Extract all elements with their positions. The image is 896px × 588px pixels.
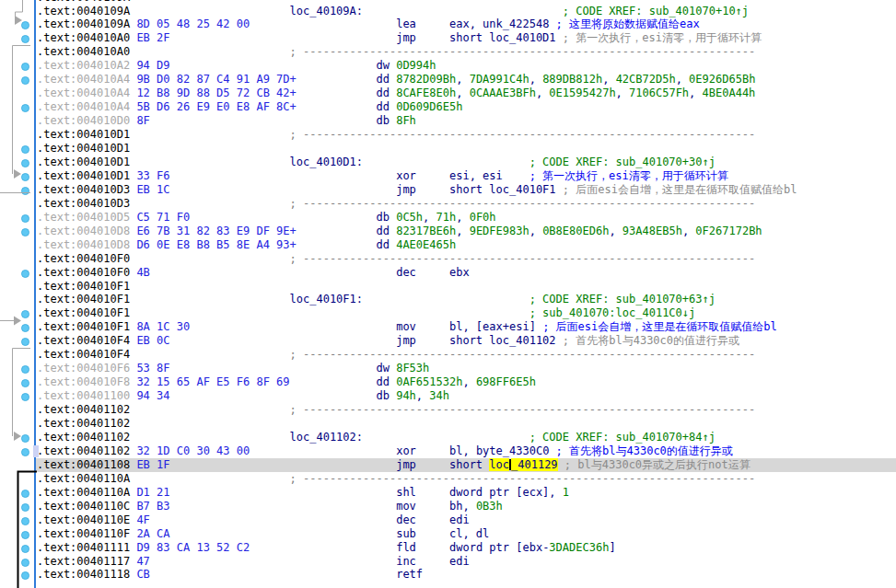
marker-dot: [21, 145, 29, 154]
margin-border-line: [34, 0, 36, 588]
address: .text:00401102: [37, 444, 130, 457]
address: .text:0040109A: [37, 5, 130, 17]
repeatable-comment: ; bl与4330c0异或之后执行not运算: [564, 458, 751, 471]
disasm-line[interactable]: .text:004010F6 53 8F dw 8F53h: [0, 362, 896, 375]
xref-comment: ; CODE XREF: sub_401070+84↑j: [529, 431, 716, 444]
disasm-line[interactable]: .text:004010D1 ; -----------------------…: [0, 128, 896, 142]
instruction: dword ptr [ecx],: [449, 486, 563, 499]
address: .text:00401118: [37, 568, 130, 581]
marker-dot: [21, 365, 29, 374]
opcode-bytes: 8D 05 48 25 42 00: [136, 17, 250, 30]
disasm-line[interactable]: .text:004010A2 94 D9 dw 0D994h: [0, 59, 896, 73]
disasm-line[interactable]: .text:004010F1: [0, 280, 896, 294]
instruction: dw: [376, 59, 389, 72]
address: .text:004010F1: [37, 280, 130, 293]
instruction: ebx: [449, 266, 470, 279]
address: .text:00401102: [37, 431, 130, 444]
marker-dot: [21, 393, 29, 401]
instruction: ,: [529, 225, 542, 237]
marker-dot: [21, 228, 29, 236]
number-literal: 0E926D65Bh: [689, 73, 755, 86]
disasm-line[interactable]: .text:004010D8 D6 0E E8 B8 B5 8E A4 93+ …: [0, 238, 896, 252]
marker-dot: [21, 187, 29, 195]
disasm-line[interactable]: .text:004010D0 8F db 8Fh: [0, 114, 896, 128]
disasm-line[interactable]: .text:004010A4 5B D6 26 E9 E0 E8 AF 8C+ …: [0, 100, 896, 114]
disasm-line[interactable]: .text:004010D8 E6 7B 31 82 83 E9 DF 9E+ …: [0, 225, 896, 238]
number-literal: 8782D09Bh: [396, 73, 456, 86]
instruction: edi: [449, 555, 470, 568]
disasm-line[interactable]: .text:004010F8 32 15 65 AF E5 F6 8F 69 d…: [0, 375, 896, 389]
opcode-bytes: C5 71 F0: [136, 211, 190, 224]
address: .text:004010D0: [37, 114, 130, 127]
disasm-line[interactable]: .text:004010A4 12 B8 9D 88 D5 72 CB 42+ …: [0, 86, 896, 100]
disasm-line[interactable]: .text:004010F1 ; sub_401070:loc_4011C0↓j: [0, 306, 896, 320]
disasm-line[interactable]: .text:004010A0 ; -----------------------…: [0, 45, 896, 59]
disasm-line[interactable]: .text:004010F1 8A 1C 30 mov bl, [eax+esi…: [0, 320, 896, 334]
instruction: ,: [676, 73, 689, 86]
instruction: ,: [689, 86, 702, 99]
label: loc_4010F1:: [290, 293, 363, 306]
disasm-line[interactable]: .text:004010D1 33 F6 xor esi, esi ; 第一次执…: [0, 169, 896, 183]
address: .text:004010A4: [37, 86, 130, 99]
disasm-line[interactable]: .text:00401102 ; -----------------------…: [0, 403, 896, 417]
number-literal: 4AE0E465h: [396, 238, 456, 251]
address: .text:004010D8: [37, 225, 130, 237]
disasm-line[interactable]: .text:0040110A D1 21 shl dword ptr [ecx]…: [0, 486, 896, 500]
number-literal: 4BE0A44h: [703, 86, 756, 99]
disasm-line[interactable]: .text:00401108 EB 1F jmp short loc_40112…: [0, 458, 896, 472]
disasm-line[interactable]: .text:004010D3 ; -----------------------…: [0, 197, 896, 211]
disasm-line[interactable]: .text:004010F4 ; -----------------------…: [0, 348, 896, 362]
number-literal: 42CB72D5h: [616, 73, 676, 86]
disasm-line[interactable]: .text:0040110F 2A CA sub cl, dl: [0, 527, 896, 541]
disasm-line[interactable]: .text:00401118 CB retf: [0, 568, 896, 582]
instruction: cl, dl: [449, 527, 489, 540]
disasm-line[interactable]: .text:0040110A ; -----------------------…: [0, 472, 896, 486]
disasm-line[interactable]: .text:004010D1: [0, 142, 896, 156]
disasm-line[interactable]: .text:004010F0 4B dec ebx: [0, 266, 896, 280]
marker-dot: [21, 324, 29, 332]
instruction: db: [376, 211, 389, 224]
instruction: ,: [682, 225, 695, 237]
instruction: ,: [536, 86, 549, 99]
disasm-line[interactable]: .text:004010A4 9B D0 82 87 C4 91 A9 7D+ …: [0, 73, 896, 86]
disasm-line[interactable]: .text:00401111 D9 83 CA 13 52 C2 fld dwo…: [0, 541, 896, 555]
opcode-bytes: 9B D0 82 87 C4 91 A9 7D+: [136, 73, 296, 86]
repeatable-comment: ; 第一次执行，esi清零，用于循环计算: [563, 31, 762, 44]
disasm-line[interactable]: .text:0040109A loc_40109A: ; CODE XREF: …: [0, 5, 896, 18]
opcode-bytes: 2A CA: [136, 527, 169, 540]
disasm-line[interactable]: .text:0040110E 4F dec edi: [0, 513, 896, 527]
disasm-line[interactable]: .text:004010A0 EB 2F jmp short loc_4010D…: [0, 31, 896, 45]
marker-dot: [21, 338, 29, 346]
number-literal: 8F53h: [396, 362, 429, 375]
marker-dot: [21, 559, 29, 567]
disasm-line[interactable]: .text:00401117 47 inc edi: [0, 555, 896, 569]
instruction: xor: [396, 169, 416, 182]
disasm-line[interactable]: .text:00401102: [0, 417, 896, 431]
disasm-line[interactable]: .text:00401102 loc_401102: ; CODE XREF: …: [0, 431, 896, 444]
disasm-line[interactable]: .text:004010F4 EB 0C jmp short loc_40110…: [0, 334, 896, 348]
user-comment: ; 后面esi会自增，这里是在循环取值赋值给bl: [542, 320, 777, 333]
disasm-line[interactable]: .text:0040110C B7 B3 mov bh, 0B3h: [0, 500, 896, 513]
disasm-line[interactable]: .text:004010F1 loc_4010F1: ; CODE XREF: …: [0, 293, 896, 306]
instruction: sub: [396, 527, 416, 540]
disasm-line[interactable]: .text:004010D1 loc_4010D1: ; CODE XREF: …: [0, 156, 896, 169]
disasm-line[interactable]: .text:00401102 32 1D C0 30 43 00 xor bl,…: [0, 444, 896, 458]
user-comment: ; 首先将bl与4330c0的值进行异或: [556, 444, 733, 457]
address: .text:004010D1: [37, 156, 130, 168]
instruction: ,: [602, 73, 615, 86]
number-literal: 7DA991C4h: [470, 73, 529, 86]
separator-line: ; --------------------------------------…: [290, 472, 756, 485]
disasm-line[interactable]: .text:004010D3 EB 1C jmp short loc_4010F…: [0, 183, 896, 197]
disasm-line[interactable]: .text:004010F0 ; -----------------------…: [0, 252, 896, 266]
address: .text:004010A0: [37, 45, 130, 58]
address: .text:004010F4: [37, 334, 130, 347]
disasm-line[interactable]: .text:004010D5 C5 71 F0 db 0C5h, 71h, 0F…: [0, 211, 896, 225]
address: .text:0040110A: [37, 486, 130, 499]
separator-line: ; --------------------------------------…: [290, 252, 756, 265]
instruction: retf: [396, 568, 423, 581]
disasm-line[interactable]: .text:0040109A 8D 05 48 25 42 00 lea eax…: [0, 17, 896, 31]
disasm-line[interactable]: .text:00401100 94 34 db 94h, 34h: [0, 389, 896, 403]
instruction: dword ptr [ebx-: [449, 541, 549, 554]
address: .text:00401108: [37, 458, 130, 471]
instruction: esi, esi: [449, 169, 503, 182]
